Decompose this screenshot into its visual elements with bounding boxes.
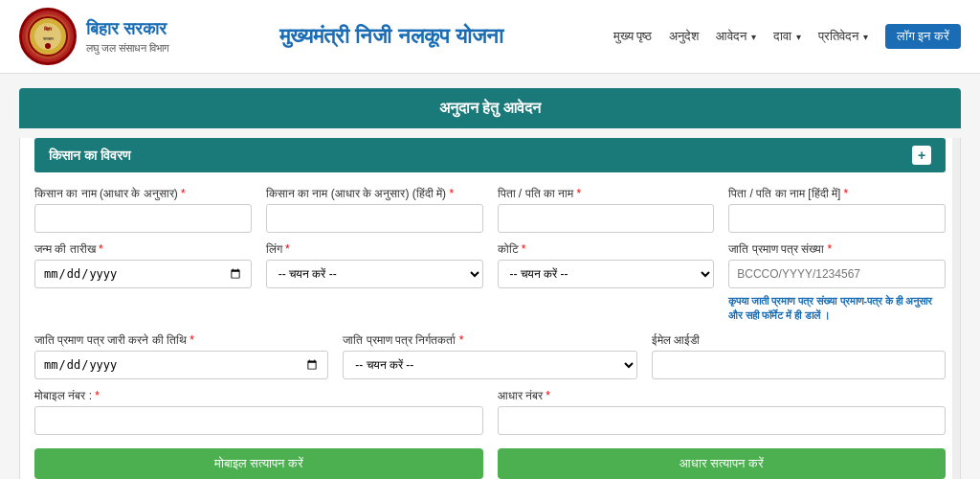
gender-select[interactable]: -- चयन करें --: [266, 260, 483, 288]
svg-text:बिहार: बिहार: [43, 26, 53, 32]
required-star-5: *: [99, 242, 103, 256]
form-row-3: जाति प्रमाण पत्र जारी करने की तिथि * जात…: [20, 329, 960, 384]
gender-field: लिंग * -- चयन करें --: [266, 242, 483, 288]
father-name-hindi-label: पिता / पति का नाम [हिंदी में] *: [728, 187, 946, 200]
nav-home[interactable]: मुख्य पृष्ठ: [613, 29, 653, 44]
gender-label: लिंग *: [266, 242, 483, 256]
caste-issuer-label: जाति प्रमाण पत्र निर्गतकर्ता *: [343, 333, 636, 347]
caste-cert-hint: कृपया जाती प्रमाण पत्र संख्या प्रमाण-पत्…: [728, 294, 946, 324]
login-button[interactable]: लॉग इन करें: [885, 24, 961, 49]
kisan-name-hindi-input[interactable]: [266, 204, 483, 233]
aadhar-input[interactable]: [498, 406, 947, 435]
header-left: बिहार सरकार बिहार सरकार लघु जल संसाधन वि…: [19, 8, 169, 65]
aadhar-field: आधार नंबर *: [498, 389, 947, 435]
nav-daava[interactable]: दावा ▾: [773, 29, 801, 44]
form-container: किसान का विवरण + किसान का नाम (आधार के अ…: [19, 138, 961, 479]
father-name-label: पिता / पति का नाम *: [498, 187, 715, 200]
main-content: अनुदान हेतु आवेदन किसान का विवरण + किसान…: [0, 74, 980, 479]
header: बिहार सरकार बिहार सरकार लघु जल संसाधन वि…: [0, 0, 980, 74]
required-star-3: *: [577, 187, 582, 200]
logo-line2: लघु जल संसाधन विभाग: [86, 41, 169, 55]
form-row-4: मोबाइल नंबर : * आधार नंबर *: [20, 384, 960, 440]
email-input[interactable]: [652, 351, 946, 379]
logo-line1: बिहार सरकार: [86, 18, 169, 40]
email-field: ईमेल आईडी: [652, 333, 946, 379]
father-name-hindi-field: पिता / पति का नाम [हिंदी में] *: [728, 187, 946, 233]
logo-text: बिहार सरकार लघु जल संसाधन विभाग: [86, 18, 169, 55]
main-nav: मुख्य पृष्ठ अनुदेश आवेदन ▾ दावा ▾ प्रतिव…: [613, 24, 961, 49]
kisan-name-input[interactable]: [34, 204, 252, 233]
aavedan-arrow: ▾: [748, 32, 756, 42]
caste-cert-date-field: जाति प्रमाण पत्र जारी करने की तिथि *: [34, 333, 328, 379]
email-label: ईमेल आईडी: [652, 333, 946, 347]
caste-cert-label: जाति प्रमाण पत्र संख्या *: [728, 242, 946, 256]
dob-label: जन्म की तारीख *: [34, 242, 252, 256]
form-row-1: किसान का नाम (आधार के अनुसार) * किसान का…: [20, 182, 960, 238]
kisan-name-label: किसान का नाम (आधार के अनुसार) *: [34, 187, 252, 200]
page-heading: अनुदान हेतु आवेदन: [19, 88, 961, 128]
required-star-10: *: [459, 333, 464, 347]
caste-cert-date-label: जाति प्रमाण पत्र जारी करने की तिथि *: [34, 333, 328, 347]
section-header: किसान का विवरण +: [34, 138, 946, 172]
caste-cert-date-input[interactable]: [34, 351, 328, 379]
section-label: किसान का विवरण: [49, 148, 131, 164]
site-title: मुख्यमंत्री निजी नलकूप योजना: [169, 24, 613, 49]
caste-cert-input[interactable]: [728, 260, 946, 288]
kisan-name-field: किसान का नाम (आधार के अनुसार) *: [34, 187, 252, 233]
caste-label: कोटि *: [498, 242, 715, 256]
mobile-label: मोबाइल नंबर : *: [34, 389, 483, 402]
kisan-name-hindi-field: किसान का नाम (आधार के अनुसार) (हिंदी में…: [266, 187, 483, 233]
caste-select[interactable]: -- चयन करें --: [498, 260, 715, 288]
required-star-4: *: [844, 187, 849, 200]
father-name-input[interactable]: [498, 204, 715, 233]
father-name-hindi-input[interactable]: [728, 204, 946, 233]
required-star-6: *: [285, 242, 290, 256]
caste-issuer-select[interactable]: -- चयन करें --: [343, 351, 636, 379]
verify-aadhar-field: आधार सत्यापन करें: [498, 445, 947, 479]
svg-text:सरकार: सरकार: [42, 36, 54, 41]
required-star-2: *: [449, 187, 454, 200]
expand-button[interactable]: +: [912, 146, 931, 165]
nav-pratibedan[interactable]: प्रतिवेदन ▾: [818, 29, 868, 44]
caste-issuer-field: जाति प्रमाण पत्र निर्गतकर्ता * -- चयन कर…: [343, 333, 636, 379]
verify-mobile-field: मोबाइल सत्यापन करें: [34, 445, 483, 479]
kisan-name-hindi-label: किसान का नाम (आधार के अनुसार) (हिंदी में…: [266, 187, 483, 200]
logo-inner: बिहार सरकार: [24, 12, 72, 60]
caste-field: कोटि * -- चयन करें --: [498, 242, 715, 288]
father-name-field: पिता / पति का नाम *: [498, 187, 715, 233]
aadhar-label: आधार नंबर *: [498, 389, 947, 402]
dob-field: जन्म की तारीख *: [34, 242, 252, 288]
required-star-9: *: [189, 333, 194, 347]
daava-arrow: ▾: [793, 32, 801, 42]
required-star-12: *: [546, 389, 550, 402]
dob-input[interactable]: [34, 260, 252, 288]
nav-aavedan[interactable]: आवेदन ▾: [716, 29, 756, 44]
mobile-field: मोबाइल नंबर : *: [34, 389, 483, 435]
required-star-7: *: [522, 242, 526, 256]
svg-point-4: [45, 43, 51, 49]
verify-mobile-button[interactable]: मोबाइल सत्यापन करें: [34, 448, 483, 479]
required-star-11: *: [95, 389, 100, 402]
mobile-input[interactable]: [34, 406, 483, 435]
caste-cert-field: जाति प्रमाण पत्र संख्या * कृपया जाती प्र…: [728, 242, 946, 324]
verify-aadhar-button[interactable]: आधार सत्यापन करें: [498, 448, 947, 479]
logo-emblem: बिहार सरकार: [19, 8, 77, 65]
required-star: *: [181, 187, 186, 200]
required-star-8: *: [828, 242, 833, 256]
pratibedan-arrow: ▾: [860, 32, 868, 42]
form-row-2: जन्म की तारीख * लिंग * -- चयन करें -- को…: [20, 238, 960, 329]
form-row-5: मोबाइल सत्यापन करें आधार सत्यापन करें: [20, 440, 960, 479]
nav-anudeshe[interactable]: अनुदेश: [669, 29, 699, 44]
